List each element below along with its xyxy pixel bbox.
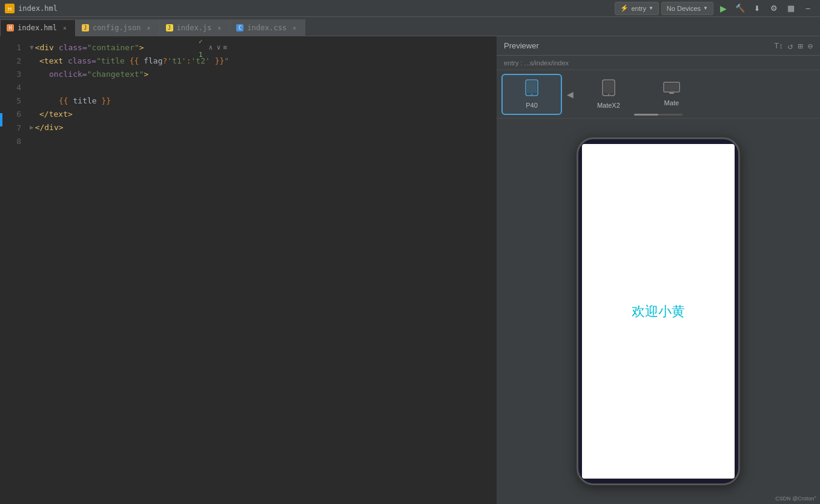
svg-point-4: [531, 94, 532, 95]
window-title: index.hml: [18, 4, 58, 13]
run-icon: ▶: [720, 4, 727, 13]
tab-hml-label: index.hml: [18, 24, 57, 32]
settings-button[interactable]: ⚙: [767, 2, 781, 15]
entry-button[interactable]: ⚡ entry ▼: [615, 2, 658, 15]
fold-icon-1[interactable]: ▼: [30, 42, 34, 54]
p40-label: P40: [526, 102, 538, 109]
p40-icon: [525, 79, 538, 99]
editor-tabs: H index.hml × J config.json × J index.js…: [0, 17, 497, 36]
code-line-1: ▼ <div class="container" > ✓ 1 ∧ ∨ ≡: [27, 41, 497, 54]
no-devices-arrow-icon: ▼: [703, 5, 708, 11]
tab-js-close[interactable]: ×: [215, 24, 223, 32]
svg-rect-10: [669, 93, 674, 94]
gutter-indicator: [0, 113, 2, 126]
more-button[interactable]: –: [801, 2, 815, 15]
mate-label: Mate: [664, 99, 679, 106]
no-devices-label: No Devices: [667, 5, 701, 12]
title-bar-left: H index.hml: [5, 4, 58, 13]
tab-bar: H index.hml × J config.json × J index.js…: [0, 17, 820, 36]
device-card-mate[interactable]: Mate: [641, 74, 702, 115]
entry-icon: ⚡: [620, 4, 629, 12]
device-card-p40[interactable]: P40: [501, 74, 562, 115]
phone-preview-area: 欢迎小黄 CSDN @Croton°: [497, 119, 820, 504]
phone-side-button: [739, 277, 740, 307]
line-numbers: 1 2 3 4 5 6 7 8: [0, 36, 27, 504]
title-bar: H index.hml ⚡ entry ▼ No Devices ▼ ▶ 🔨 ⬇…: [0, 0, 820, 17]
mate-icon: [663, 82, 680, 97]
build-icon: 🔨: [735, 4, 745, 13]
tab-js-label: index.js: [177, 24, 212, 32]
breadcrumb-text: entry : ...s/index/index: [504, 59, 569, 67]
entry-label: entry: [631, 5, 646, 12]
code-line-8: [27, 134, 497, 148]
svg-text:H: H: [8, 6, 12, 12]
svg-point-7: [608, 94, 609, 95]
phone-screen: 欢迎小黄: [582, 144, 735, 479]
tab-json-label: config.json: [93, 24, 141, 32]
matex2-label: MateX2: [597, 102, 620, 109]
fold-icon-7[interactable]: ▶: [30, 122, 34, 134]
run-button[interactable]: ▶: [716, 2, 730, 15]
svg-rect-6: [604, 81, 613, 93]
code-line-5: {{ title }}: [27, 94, 497, 108]
device-card-matex2[interactable]: MateX2: [578, 74, 639, 115]
previewer-header-icons: T↕ ↺ ⊞ ⊖: [774, 41, 813, 51]
watermark: CSDN @Croton°: [775, 496, 816, 502]
tab-css-close[interactable]: ×: [290, 24, 299, 32]
tab-hml-close[interactable]: ×: [61, 24, 69, 32]
previewer-pane: Previewer T↕ ↺ ⊞ ⊖ entry : ...s/index/in…: [497, 36, 820, 504]
tab-json[interactable]: J config.json ×: [76, 19, 159, 36]
phone-content-text: 欢迎小黄: [632, 303, 685, 321]
breadcrumb-bar: entry : ...s/index/index: [497, 56, 820, 70]
hml-file-icon: H: [7, 24, 14, 31]
matex2-icon: [602, 79, 615, 99]
svg-rect-3: [527, 81, 537, 93]
tab-css-label: index.css: [247, 24, 286, 32]
build-button[interactable]: 🔨: [733, 2, 747, 15]
css-file-icon: C: [236, 24, 243, 31]
tab-json-close[interactable]: ×: [145, 24, 153, 32]
device-selector: P40 ◀ MateX2 Mate: [497, 70, 820, 119]
code-line-6: </text>: [27, 108, 497, 121]
phone-frame: 欢迎小黄: [577, 137, 740, 485]
main-content: 1 2 3 4 5 6 7 8 ▼ <div class="container"…: [0, 36, 820, 504]
checkmark-1: ✓: [199, 38, 203, 45]
js-file-icon: J: [166, 24, 173, 31]
download-button[interactable]: ⬇: [750, 2, 764, 15]
title-bar-right: ⚡ entry ▼ No Devices ▼ ▶ 🔨 ⬇ ⚙ ▦ –: [615, 2, 815, 15]
tab-css[interactable]: C index.css ×: [230, 19, 305, 36]
settings-icon: ⚙: [770, 4, 778, 13]
zoom-out-icon[interactable]: ⊖: [808, 41, 813, 51]
prev-device-arrow[interactable]: ◀: [564, 85, 576, 103]
grid-icon[interactable]: ⊞: [798, 41, 802, 51]
layout-icon: ▦: [787, 4, 795, 13]
entry-arrow-icon: ▼: [649, 5, 653, 11]
code-line-2: <text class="title {{ flag?'t1':'t2' }}": [27, 54, 497, 68]
previewer-title: Previewer: [504, 41, 539, 50]
layout-button[interactable]: ▦: [784, 2, 798, 15]
no-devices-button[interactable]: No Devices ▼: [661, 2, 713, 15]
code-line-3: onclick="changetext">: [27, 68, 497, 81]
refresh-icon[interactable]: ↺: [788, 41, 793, 51]
device-scrollbar: [634, 114, 683, 116]
svg-rect-9: [665, 83, 678, 91]
previewer-header: Previewer T↕ ↺ ⊞ ⊖: [497, 36, 820, 56]
tab-hml[interactable]: H index.hml ×: [0, 19, 76, 36]
more-icon: –: [805, 4, 810, 13]
code-area[interactable]: ▼ <div class="container" > ✓ 1 ∧ ∨ ≡ <te…: [27, 36, 497, 504]
code-line-4: [27, 81, 497, 94]
tab-js[interactable]: J index.js ×: [160, 19, 231, 36]
download-icon: ⬇: [754, 4, 760, 13]
json-file-icon: J: [82, 24, 89, 31]
font-size-icon[interactable]: T↕: [774, 41, 782, 50]
device-scrollbar-thumb: [634, 114, 658, 116]
editor-pane: 1 2 3 4 5 6 7 8 ▼ <div class="container"…: [0, 36, 497, 504]
code-line-7: ▶ </div>: [27, 121, 497, 134]
app-icon: H: [5, 4, 15, 13]
